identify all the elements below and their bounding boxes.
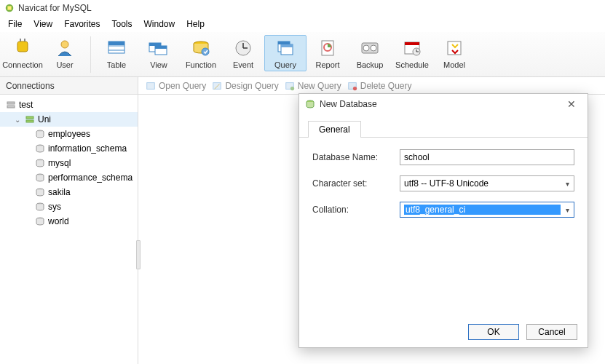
svg-rect-42 bbox=[26, 116, 33, 119]
dialog-titlebar[interactable]: New Database ✕ bbox=[299, 94, 588, 114]
chevron-down-icon[interactable]: ⌄ bbox=[13, 116, 22, 124]
database-icon bbox=[305, 99, 315, 109]
plug-icon bbox=[9, 37, 36, 59]
menu-help[interactable]: Help bbox=[181, 17, 210, 31]
connection-button[interactable]: Connection bbox=[1, 35, 44, 71]
function-icon bbox=[188, 37, 214, 59]
collation-label: Collation: bbox=[312, 205, 400, 215]
tree-label: world bbox=[48, 216, 69, 226]
tree-item-uni[interactable]: ⌄ Uni bbox=[0, 112, 138, 127]
svg-rect-22 bbox=[281, 44, 293, 47]
new-database-dialog: New Database ✕ General Database Name: Ch… bbox=[298, 93, 588, 348]
model-button[interactable]: Model bbox=[433, 35, 475, 71]
dialog-title: New Database bbox=[320, 99, 561, 109]
query-icon bbox=[272, 37, 298, 59]
design-query-button[interactable]: Design Query bbox=[212, 81, 278, 91]
view-button[interactable]: View bbox=[138, 35, 180, 71]
user-button[interactable]: User bbox=[44, 35, 86, 71]
open-icon bbox=[146, 81, 156, 91]
query-actions: Open Query Design Query New Query Delete… bbox=[138, 81, 411, 91]
backup-icon bbox=[357, 37, 383, 59]
tree-item-world[interactable]: world bbox=[0, 214, 138, 229]
app-icon bbox=[4, 3, 15, 13]
dialog-body: General Database Name: Character set: ut… bbox=[299, 114, 588, 321]
charset-label: Character set: bbox=[312, 178, 400, 189]
open-query-button[interactable]: Open Query bbox=[146, 81, 206, 91]
tree-item-sys[interactable]: sys bbox=[0, 199, 138, 214]
event-button[interactable]: Event bbox=[222, 35, 264, 71]
db-icon bbox=[35, 129, 45, 139]
svg-rect-1 bbox=[7, 6, 11, 9]
svg-rect-40 bbox=[7, 102, 15, 104]
titlebar: Navicat for MySQL bbox=[0, 0, 605, 16]
new-query-button[interactable]: New Query bbox=[285, 81, 341, 91]
function-button[interactable]: Function bbox=[180, 35, 222, 71]
ok-button[interactable]: OK bbox=[468, 324, 519, 340]
tree-label: sakila bbox=[48, 187, 71, 197]
charset-combobox[interactable]: utf8 -- UTF-8 Unicode ▾ bbox=[400, 175, 574, 191]
collation-combobox[interactable]: utf8_general_ci ▾ bbox=[400, 202, 574, 218]
db-icon bbox=[35, 202, 45, 212]
collation-value: utf8_general_ci bbox=[404, 205, 561, 215]
tree-item-test[interactable]: test bbox=[0, 98, 138, 112]
db-name-input[interactable] bbox=[400, 149, 574, 165]
svg-rect-9 bbox=[108, 41, 124, 45]
schedule-button[interactable]: Schedule bbox=[391, 35, 433, 71]
delete-query-button[interactable]: Delete Query bbox=[347, 81, 412, 91]
menu-window[interactable]: Window bbox=[139, 17, 181, 31]
svg-rect-13 bbox=[155, 46, 167, 49]
design-icon bbox=[212, 81, 222, 91]
tree-label: performance_schema bbox=[48, 173, 133, 183]
tree-label: test bbox=[19, 100, 33, 110]
menu-view[interactable]: View bbox=[28, 17, 58, 31]
query-button[interactable]: Query bbox=[264, 35, 307, 71]
menu-favorites[interactable]: Favorites bbox=[59, 17, 105, 31]
splitter-handle[interactable] bbox=[136, 240, 141, 269]
charset-value: utf8 -- UTF-8 Unicode bbox=[404, 178, 561, 189]
cancel-button[interactable]: Cancel bbox=[526, 324, 577, 340]
table-button[interactable]: Table bbox=[95, 35, 138, 71]
tree-item-employees[interactable]: employees bbox=[0, 127, 138, 141]
view-icon bbox=[146, 37, 172, 59]
close-button[interactable]: ✕ bbox=[561, 98, 582, 110]
svg-rect-21 bbox=[278, 41, 290, 44]
new-icon bbox=[285, 81, 295, 91]
app-title: Navicat for MySQL bbox=[18, 3, 92, 13]
user-label: User bbox=[56, 60, 73, 69]
db-icon bbox=[35, 187, 45, 197]
db-icon bbox=[35, 173, 45, 183]
toolbar-sep bbox=[90, 36, 91, 73]
connections-tree[interactable]: test ⌄ Uni employees information_schema … bbox=[0, 95, 138, 364]
db-icon bbox=[35, 158, 45, 168]
server-open-icon bbox=[25, 114, 35, 124]
menu-file[interactable]: File bbox=[3, 17, 27, 31]
dialog-form: Database Name: Character set: utf8 -- UT… bbox=[299, 138, 588, 240]
calendar-icon bbox=[399, 37, 425, 59]
menu-tools[interactable]: Tools bbox=[107, 17, 138, 31]
svg-point-15 bbox=[202, 48, 209, 55]
db-name-label: Database Name: bbox=[312, 152, 400, 162]
connection-label: Connection bbox=[2, 60, 43, 69]
secondbar: Connections Open Query Design Query New … bbox=[0, 77, 605, 95]
svg-point-26 bbox=[363, 45, 369, 51]
backup-button[interactable]: Backup bbox=[349, 35, 391, 71]
tree-item-mysql[interactable]: mysql bbox=[0, 156, 138, 170]
report-button[interactable]: Report bbox=[307, 35, 349, 71]
table-icon bbox=[103, 37, 130, 59]
connections-panel-title: Connections bbox=[0, 77, 138, 94]
tree-item-sakila[interactable]: sakila bbox=[0, 185, 138, 199]
user-icon bbox=[52, 37, 78, 59]
svg-point-39 bbox=[353, 86, 357, 90]
svg-rect-43 bbox=[26, 120, 33, 122]
tree-label: employees bbox=[48, 129, 90, 139]
tabstrip: General bbox=[299, 114, 588, 138]
tree-label: Uni bbox=[38, 114, 51, 124]
chevron-down-icon: ▾ bbox=[561, 206, 574, 214]
server-icon bbox=[6, 100, 16, 110]
model-icon bbox=[441, 37, 467, 59]
tab-general[interactable]: General bbox=[308, 121, 361, 138]
tree-label: mysql bbox=[48, 158, 71, 168]
dialog-footer: OK Cancel bbox=[299, 321, 588, 347]
tree-item-performance-schema[interactable]: performance_schema bbox=[0, 170, 138, 185]
tree-item-information-schema[interactable]: information_schema bbox=[0, 141, 138, 156]
